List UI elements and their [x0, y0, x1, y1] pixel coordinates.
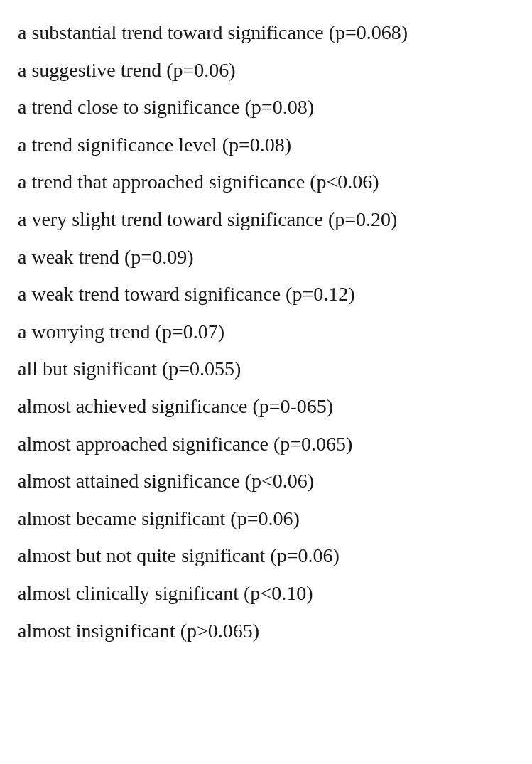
list-item-text: almost insignificant (p>0.065) [18, 620, 259, 642]
list-item: almost insignificant (p>0.065) [18, 613, 514, 650]
list-item-text: a weak trend (p=0.09) [18, 246, 193, 268]
list-item: a suggestive trend (p=0.06) [18, 52, 514, 90]
list-item-text: all but significant (p=0.055) [18, 357, 241, 380]
list-item: almost but not quite significant (p=0.06… [18, 537, 514, 575]
list-item: all but significant (p=0.055) [18, 350, 514, 388]
list-item-text: a suggestive trend (p=0.06) [18, 59, 236, 81]
list-item-text: almost clinically significant (p<0.10) [18, 582, 313, 604]
list-item: almost achieved significance (p=0-065) [18, 388, 514, 426]
list-item-text: a trend significance level (p=0.08) [18, 134, 291, 156]
list-item: almost approached significance (p=0.065) [18, 426, 514, 463]
list-item-text: a trend close to significance (p=0.08) [18, 96, 314, 118]
list-item: a worrying trend (p=0.07) [18, 313, 514, 351]
list-item: a substantial trend toward significance … [18, 14, 514, 52]
list-item-text: almost approached significance (p=0.065) [18, 433, 352, 455]
significance-list: a substantial trend toward significance … [18, 14, 514, 650]
list-item: almost clinically significant (p<0.10) [18, 575, 514, 613]
list-item: a trend that approached significance (p<… [18, 163, 514, 201]
list-item-text: almost became significant (p=0.06) [18, 507, 300, 529]
list-item: a trend close to significance (p=0.08) [18, 89, 514, 127]
list-item: a weak trend (p=0.09) [18, 239, 514, 276]
list-item-text: almost but not quite significant (p=0.06… [18, 544, 340, 566]
list-item-text: almost achieved significance (p=0-065) [18, 395, 333, 417]
list-item: a trend significance level (p=0.08) [18, 127, 514, 164]
list-item: a weak trend toward significance (p=0.12… [18, 276, 514, 313]
list-item-text: almost attained significance (p<0.06) [18, 470, 314, 492]
list-item: a very slight trend toward significance … [18, 201, 514, 239]
list-item: almost became significant (p=0.06) [18, 500, 514, 538]
list-item: almost attained significance (p<0.06) [18, 463, 514, 500]
list-item-text: a very slight trend toward significance … [18, 208, 397, 230]
list-item-text: a substantial trend toward significance … [18, 21, 408, 43]
list-item-text: a trend that approached significance (p<… [18, 171, 379, 193]
list-item-text: a worrying trend (p=0.07) [18, 321, 224, 343]
list-item-text: a weak trend toward significance (p=0.12… [18, 283, 355, 305]
